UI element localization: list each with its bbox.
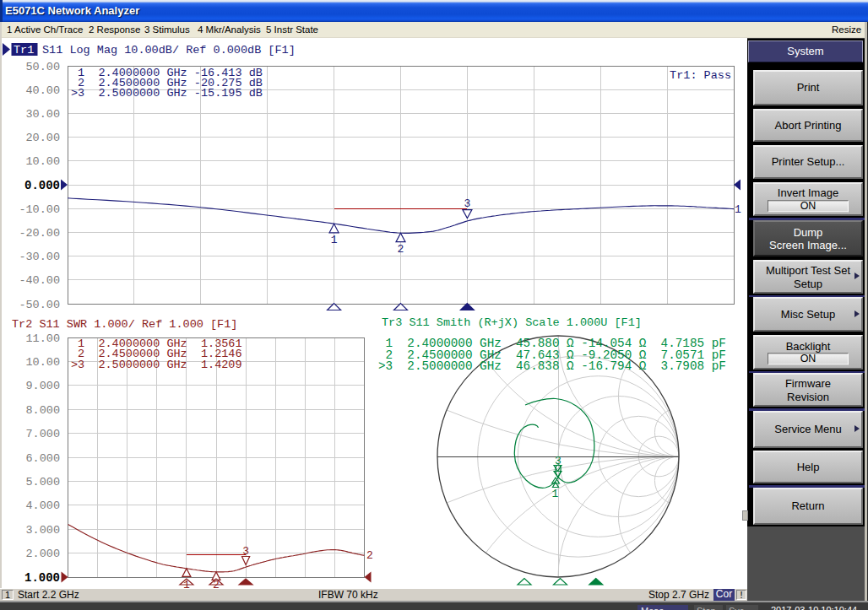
svg-text:7.000: 7.000 [25, 428, 60, 440]
svg-text:3.000: 3.000 [25, 524, 60, 537]
svg-text:Tr1: Tr1 [14, 44, 34, 57]
svg-text:-50.00: -50.00 [19, 299, 60, 311]
svg-text:9.000: 9.000 [25, 380, 60, 392]
svg-text:1: 1 [552, 488, 559, 500]
svg-text:Tr1: Pass: Tr1: Pass [670, 69, 731, 82]
svg-text:50.00: 50.00 [25, 61, 60, 73]
svg-text:6.000: 6.000 [25, 452, 60, 465]
svg-text:0.000: 0.000 [24, 179, 60, 192]
svg-text:>3 2.5000000 GHz 46.838 Ω -1: >3 2.5000000 GHz 46.838 Ω -16.794 Ω 3.79… [378, 359, 726, 373]
svg-text:>3 2.5000000 GHz -15.195 dB: >3 2.5000000 GHz -15.195 dB [71, 87, 263, 100]
svg-text:3: 3 [464, 197, 470, 210]
svg-text:S11 Log Mag 10.00dB/ Ref 0.000: S11 Log Mag 10.00dB/ Ref 0.000dB [F1] [42, 44, 296, 57]
svg-text:11.00: 11.00 [25, 332, 60, 345]
svg-text:4.000: 4.000 [25, 499, 60, 512]
svg-text:2.000: 2.000 [25, 548, 60, 560]
svg-text:2: 2 [398, 243, 404, 256]
svg-text:40.00: 40.00 [25, 84, 60, 97]
svg-text:-20.00: -20.00 [19, 227, 60, 240]
svg-text:30.00: 30.00 [25, 108, 60, 121]
svg-text:-10.00: -10.00 [19, 203, 60, 216]
svg-text:10.00: 10.00 [25, 356, 60, 369]
svg-text:-40.00: -40.00 [19, 274, 60, 287]
svg-text:20.00: 20.00 [25, 132, 60, 144]
svg-text:3: 3 [242, 545, 249, 558]
svg-text:>3 2.5000000 GHz 1.4209: >3 2.5000000 GHz 1.4209 [71, 359, 242, 371]
svg-text:Tr2 S11 SWR 1.000/ Ref 1.000 [: Tr2 S11 SWR 1.000/ Ref 1.000 [F1] [12, 318, 237, 331]
svg-text:1: 1 [735, 203, 741, 216]
svg-text:-30.00: -30.00 [19, 251, 60, 263]
svg-text:Tr3 S11 Smith (R+jX) Scale 1.0: Tr3 S11 Smith (R+jX) Scale 1.000U [F1] [382, 316, 642, 329]
svg-text:5.000: 5.000 [25, 476, 60, 489]
svg-text:10.00: 10.00 [25, 155, 60, 168]
svg-text:8.000: 8.000 [25, 404, 60, 417]
svg-text:2: 2 [366, 549, 373, 562]
svg-text:1.000: 1.000 [24, 571, 60, 585]
svg-text:1: 1 [331, 234, 338, 246]
